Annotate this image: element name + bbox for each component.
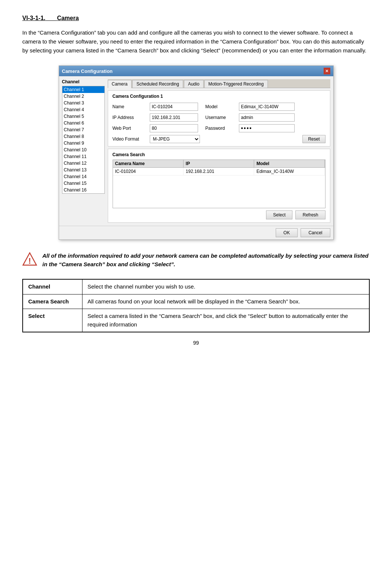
search-row[interactable]: IC-010204192.168.2.101Edimax_IC-3140W xyxy=(113,168,325,176)
channel-item-6[interactable]: Channel 6 xyxy=(62,120,104,126)
channel-item-8[interactable]: Channel 8 xyxy=(62,133,104,140)
ok-button[interactable]: OK xyxy=(276,228,298,237)
username-label: Username xyxy=(205,115,235,120)
channel-item-10[interactable]: Channel 10 xyxy=(62,147,104,153)
refresh-button[interactable]: Refresh xyxy=(295,210,325,219)
camera-config-section: Camera Configuration 1 Name Model IP Add… xyxy=(108,90,330,147)
channel-list-label: Channel xyxy=(62,79,105,84)
password-input[interactable] xyxy=(239,124,295,132)
search-buttons: Select Refresh xyxy=(113,210,325,219)
search-section-title: Camera Search xyxy=(113,152,325,157)
section-number: VI-3-1-1. xyxy=(22,15,45,21)
term-cell: Channel xyxy=(23,279,82,294)
dialog-titlebar: Camera Configuration ✕ xyxy=(59,66,333,76)
config-section-title: Camera Configuration 1 xyxy=(113,94,325,99)
channel-item-12[interactable]: Channel 12 xyxy=(62,160,104,167)
channel-item-3[interactable]: Channel 3 xyxy=(62,100,104,106)
search-col-camera-name: Camera Name xyxy=(113,160,184,167)
webport-input[interactable] xyxy=(150,124,198,132)
tab-camera[interactable]: Camera xyxy=(108,80,132,88)
term-cell: Select xyxy=(23,309,82,332)
svg-text:!: ! xyxy=(28,256,31,265)
tab-motion-triggered-recording[interactable]: Motion-Triggered Recording xyxy=(204,80,268,88)
dialog-close-button[interactable]: ✕ xyxy=(324,68,330,74)
channel-item-5[interactable]: Channel 5 xyxy=(62,113,104,120)
channel-item-14[interactable]: Channel 14 xyxy=(62,173,104,180)
channel-item-4[interactable]: Channel 4 xyxy=(62,106,104,113)
channel-item-7[interactable]: Channel 7 xyxy=(62,126,104,133)
desc-cell: All cameras found on your local network … xyxy=(82,294,369,309)
desc-cell: Select the channel number you wish to us… xyxy=(82,279,369,294)
section-title: Camera xyxy=(57,15,79,21)
search-col-model: Model xyxy=(254,160,325,167)
search-cell-ip: 192.168.2.101 xyxy=(184,168,254,175)
section-heading: VI-3-1-1. Camera xyxy=(22,15,370,22)
search-cell-name: IC-010204 xyxy=(113,168,184,175)
channel-item-16[interactable]: Channel 16 xyxy=(62,187,104,193)
password-label: Password xyxy=(205,126,235,131)
info-table: ChannelSelect the channel number you wis… xyxy=(22,279,370,332)
term-cell: Camera Search xyxy=(23,294,82,309)
channel-list-panel: Channel Channel 1Channel 2Channel 3Chann… xyxy=(62,79,105,223)
cancel-button[interactable]: Cancel xyxy=(301,228,330,237)
reset-button[interactable]: Reset xyxy=(302,135,325,143)
channel-item-2[interactable]: Channel 2 xyxy=(62,93,104,100)
warning-box: ! All of the information required to add… xyxy=(22,250,370,270)
videoformat-label: Video Format xyxy=(113,136,146,142)
table-row: Camera SearchAll cameras found on your l… xyxy=(23,294,369,309)
channel-item-11[interactable]: Channel 11 xyxy=(62,153,104,160)
name-input[interactable] xyxy=(150,103,198,111)
search-table-header: Camera NameIPModel xyxy=(113,160,325,167)
select-button[interactable]: Select xyxy=(266,210,292,219)
table-row: SelectSelect a camera listed in the “Cam… xyxy=(23,309,369,332)
channel-item-13[interactable]: Channel 13 xyxy=(62,167,104,173)
dialog-body: Channel Channel 1Channel 2Channel 3Chann… xyxy=(59,76,333,226)
tab-audio[interactable]: Audio xyxy=(184,80,204,88)
dialog-wrapper: Camera Configuration ✕ Channel Channel 1… xyxy=(22,65,370,240)
desc-cell: Select a camera listed in the “Camera Se… xyxy=(82,309,369,332)
name-model-row: Name Model xyxy=(113,103,325,111)
config-fields: Name Model IP Address Username xyxy=(113,103,325,143)
ip-label: IP Address xyxy=(113,115,146,120)
username-input[interactable] xyxy=(239,113,295,122)
port-password-row: Web Port Password xyxy=(113,124,325,132)
videoformat-row: Video Format M-JPEGH.264 Reset xyxy=(113,135,325,143)
search-cell-model: Edimax_IC-3140W xyxy=(254,168,325,175)
channel-item-1[interactable]: Channel 1 xyxy=(62,86,104,93)
tabs-row: CameraScheduled RecordingAudioMotion-Tri… xyxy=(108,79,330,88)
search-table-body[interactable]: IC-010204192.168.2.101Edimax_IC-3140W xyxy=(113,167,325,208)
table-row: ChannelSelect the channel number you wis… xyxy=(23,279,369,294)
dialog-footer: OK Cancel xyxy=(59,226,333,239)
channel-list[interactable]: Channel 1Channel 2Channel 3Channel 4Chan… xyxy=(62,86,105,194)
channel-item-15[interactable]: Channel 15 xyxy=(62,180,104,187)
name-label: Name xyxy=(113,104,146,109)
intro-paragraph: In the “Camera Configuration” tab you ca… xyxy=(22,28,370,55)
channel-item-9[interactable]: Channel 9 xyxy=(62,140,104,147)
videoformat-select[interactable]: M-JPEGH.264 xyxy=(150,135,200,143)
ip-username-row: IP Address Username xyxy=(113,113,325,122)
ip-input[interactable] xyxy=(150,113,198,122)
dialog-title: Camera Configuration xyxy=(62,68,113,74)
page-number: 99 xyxy=(22,340,370,346)
search-col-ip: IP xyxy=(184,160,254,167)
camera-config-dialog: Camera Configuration ✕ Channel Channel 1… xyxy=(59,65,334,240)
model-input[interactable] xyxy=(239,103,295,111)
camera-search-section: Camera Search Camera NameIPModel IC-0102… xyxy=(108,149,330,223)
tab-scheduled-recording[interactable]: Scheduled Recording xyxy=(132,80,183,88)
warning-icon: ! xyxy=(22,252,37,267)
webport-label: Web Port xyxy=(113,126,146,131)
warning-text: All of the information required to add y… xyxy=(42,252,370,268)
model-label: Model xyxy=(205,104,235,109)
right-panel: CameraScheduled RecordingAudioMotion-Tri… xyxy=(108,79,330,223)
